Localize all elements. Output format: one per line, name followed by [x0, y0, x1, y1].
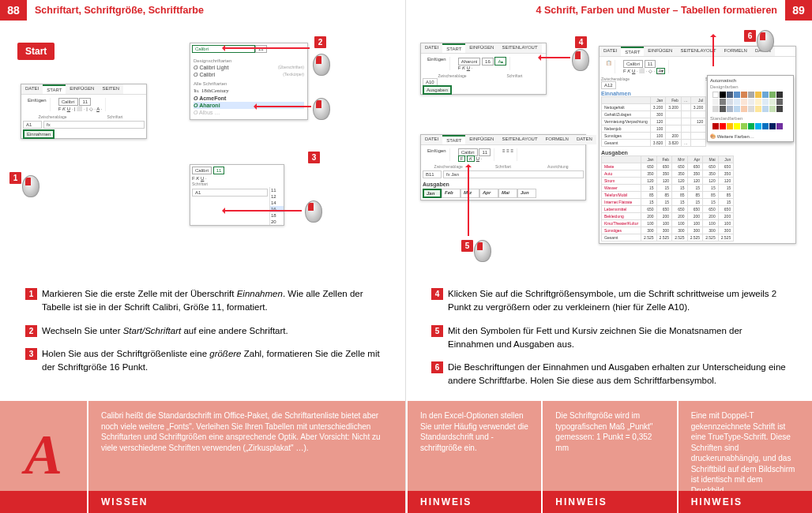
font-item: O Calibri (Textkörper) [194, 71, 304, 78]
step-item: 6Die Beschriftungen der Einnahmen und Au… [431, 361, 790, 388]
arrow-5 [468, 165, 469, 236]
cell-ref: A12 [601, 81, 616, 89]
font-box: Calibri [58, 98, 78, 106]
size-item: 12 [270, 193, 284, 200]
arrow-6 [712, 35, 714, 66]
more-colors: Weitere Farben… [717, 134, 754, 139]
ribbon-tab: EINFÜGEN [66, 84, 98, 94]
size-item: 20 [270, 219, 284, 225]
ribbon-tab: EINFÜGEN [465, 43, 498, 53]
mouse-icon [757, 30, 774, 52]
font-item: O AcmeFont [194, 95, 304, 102]
arrow-2b [254, 106, 311, 107]
size-box: 16 [482, 58, 494, 66]
ribbon-tab-active: START [43, 84, 66, 94]
ribbon-tab-active: START [442, 135, 465, 144]
mouse-icon [313, 54, 330, 76]
font-item: ℡ 18thCentury [194, 87, 304, 95]
font-item: O Calibri Light (Überschriften) [194, 64, 304, 71]
einnahmen-table: JanFeb…Jul Nettogehalt3.2003.2003.200 Ge… [601, 96, 706, 147]
mouse-icon [22, 175, 39, 197]
ribbon-tab: DATEI [421, 135, 442, 144]
excel-panel-4: DATEI START EINFÜGEN SEITENLAYOUT Einfüg… [420, 43, 547, 95]
font-box: Calibri [623, 60, 643, 68]
size-box: 11 [645, 60, 656, 68]
cell-selected: Einnahmen [23, 129, 55, 139]
step-item: 1Markieren Sie die erste Zelle mit der Ü… [25, 287, 383, 315]
paste-label: Einfügen [427, 148, 446, 153]
hinweis-label: HINWEIS [541, 491, 676, 513]
figure-area-left: DATEI START EINFÜGEN SEITEN Einfügen Cal… [17, 43, 388, 279]
hinweis-block-3: Eine mit Doppel-T gekennzeichnete Schrif… [677, 401, 812, 491]
font-box: Aharoni [458, 58, 481, 66]
step-item: 4Klicken Sie auf die Schriftgrößensymbol… [431, 287, 790, 315]
page-number-left: 88 [0, 0, 27, 21]
cell-ref: A1 [23, 121, 42, 129]
steps-right: 4Klicken Sie auf die Schriftgrößensymbol… [431, 287, 790, 398]
font-section-header: Designschriftarten [194, 58, 304, 64]
paste-label: Einfügen [427, 57, 446, 62]
size-dropdown-panel: Calibri 11 F K U · Schriftart A1 11 12 1… [190, 164, 284, 226]
step-item: 2Wechseln Sie unter Start/Schriftart auf… [25, 324, 383, 338]
mouse-icon [305, 200, 322, 223]
ribbon-tab: DATEN [573, 135, 596, 144]
size-item: 14 [270, 200, 284, 206]
bottom-left: A Calibri heißt die Standardschrift im O… [0, 401, 405, 513]
font-section-header: Alle Schriftarten [194, 81, 304, 87]
bubble-5: 5 [461, 240, 473, 252]
step-item: 3Holen Sie aus der Schriftgrößenliste ei… [25, 347, 383, 375]
cell-ref: B11 [423, 170, 442, 178]
hinweis-block-1: In den Excel-Optionen stellen Sie unter … [406, 401, 541, 491]
header-right: 4 Schrift, Farben und Muster – Tabellen … [406, 0, 812, 21]
step-item: 5Mit den Symbolen für Fett und Kursiv ze… [431, 324, 790, 352]
heading-ausgaben: Ausgaben [601, 150, 794, 155]
wissen-label: WISSEN [87, 491, 405, 513]
mouse-icon [474, 240, 491, 262]
hinweis-label: HINWEIS [406, 491, 541, 513]
ribbon-tab: DATEI [421, 43, 442, 53]
cell-selected: Ausgaben [423, 85, 452, 95]
bubble-2: 2 [314, 36, 326, 48]
page-right: 4 Schrift, Farben und Muster – Tabellen … [406, 0, 812, 513]
arrow-4 [539, 57, 570, 58]
bubble-6: 6 [744, 30, 756, 42]
wissen-block: Calibri heißt die Standardschrift im Off… [87, 401, 405, 491]
page-title-left: Schriftart, Schriftgröße, Schriftfarbe [27, 5, 405, 16]
bubble-1: 1 [9, 172, 21, 184]
book-spread: 88 Schriftart, Schriftgröße, Schriftfarb… [0, 0, 812, 513]
bubble-3: 3 [308, 152, 320, 163]
font-dropdown-panel: Calibri11 Designschriftarten O Calibri L… [190, 43, 308, 120]
size-item: 18 [270, 212, 284, 219]
ribbon-tab: FORMELN [542, 135, 573, 144]
excel-panel-5: DATEI START EINFÜGEN SEITENLAYOUT FORMEL… [420, 134, 586, 200]
ribbon-tab-active: START [442, 43, 465, 53]
page-number-right: 89 [785, 0, 812, 21]
font-box: Calibri [192, 167, 212, 174]
ribbon-tab: DATEI [21, 84, 43, 94]
mouse-icon [572, 49, 589, 71]
ribbon-tab: SEITEN [98, 84, 123, 94]
size-item: 11 [270, 187, 284, 193]
label-spacer [0, 491, 87, 513]
arrow-2 [223, 47, 310, 49]
ribbon-tab: DATEI [600, 47, 621, 56]
arrow-3 [223, 210, 302, 212]
ribbon-tab: SEITENLAYOUT [498, 43, 541, 53]
steps-left: 1Markieren Sie die erste Zelle mit der Ü… [25, 287, 383, 384]
ausgaben-table: JanFebMrzAprMaiJun Miete6506506506506506… [601, 155, 734, 242]
excel-panel-1: DATEI START EINFÜGEN SEITEN Einfügen Cal… [21, 84, 147, 139]
cell-ref: A1 [192, 189, 268, 197]
page-title-right: 4 Schrift, Farben und Muster – Tabellen … [406, 5, 785, 16]
schrift-label: Schriftart [84, 114, 146, 119]
month-cell: Jan [423, 189, 442, 198]
excel-panel-6: DATEI START EINFÜGEN SEITENLAYOUT FORMEL… [599, 46, 796, 244]
size-box: 11 [479, 148, 491, 156]
ribbon-tab: SEITENLAYOUT [498, 135, 541, 144]
clip-label: Zwischenablage [21, 114, 84, 119]
bubble-4: 4 [575, 36, 587, 48]
hinweis-label: HINWEIS [677, 491, 812, 513]
ribbon-tab: FORMELN [720, 47, 751, 56]
bottom-right: In den Excel-Optionen stellen Sie unter … [406, 401, 812, 513]
figure-area-right: DATEI START EINFÜGEN SEITENLAYOUT Einfüg… [420, 43, 798, 279]
paste-label: Einfügen [28, 98, 47, 103]
